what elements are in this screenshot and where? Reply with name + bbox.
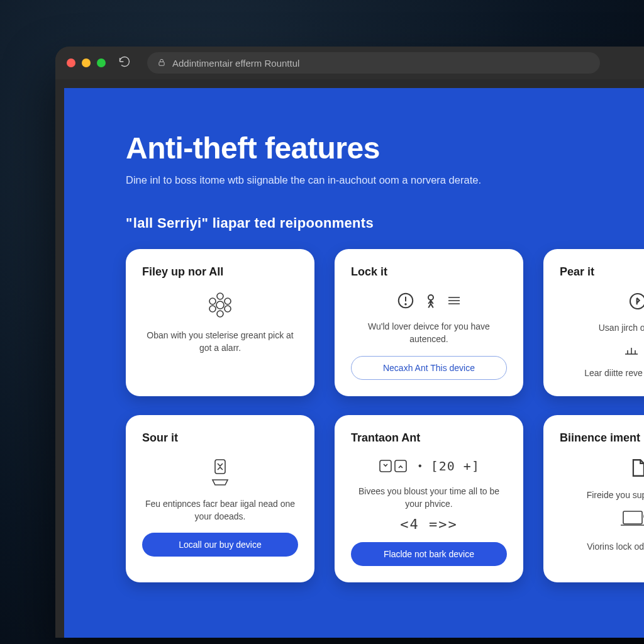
svg-point-4 [209,306,216,312]
feature-cards-grid: Filey up nor All Oban with you stelerise… [126,249,644,582]
page-title: Anti-theft features [126,131,644,165]
card-title: Biinence iment [560,431,644,445]
card-title: Sour it [142,431,298,445]
svg-rect-0 [159,62,164,65]
card-title: Pear it [560,265,644,279]
lock-device-button[interactable]: Necaxh Ant This device [351,356,507,380]
minimize-window-button[interactable] [82,58,91,67]
card-title: Lock it [351,265,507,279]
page-subtitle: Dine inl to boss itome wtb siignable the… [126,174,644,186]
plus-network-icon: + [560,343,644,357]
laptop-user-icon [560,508,644,530]
code-text: [20 +] [431,458,480,474]
card-desc: Usan jirch on dem o [560,321,644,334]
svg-point-10 [405,304,406,305]
svg-point-6 [217,293,223,299]
feature-card-lock[interactable]: Lock it Wu'ld lover deivce for you have … [335,249,523,396]
card-desc: Wu'ld lover deivce for you have autenced… [351,320,507,346]
locate-device-button[interactable]: Locall our buy device [142,533,298,557]
close-window-button[interactable] [67,58,75,67]
track-icons: • [20 +] [351,457,507,475]
card-desc: Fireide you supn link pnati [560,489,644,501]
alert-icon [396,291,415,310]
section-heading: lall Serriyi" liapar ted reipoonments [126,215,644,231]
reload-button[interactable] [118,55,131,70]
lock-device-icons [351,291,507,310]
person-icon [421,291,440,310]
card-title: Filey up nor All [142,265,298,279]
svg-rect-23 [623,511,642,524]
browser-window: Addintimentair efferm Rounttul Anti-thef… [55,47,644,638]
svg-point-2 [209,298,216,304]
url-text: Addintimentair efferm Rounttul [172,58,299,69]
browser-toolbar: Addintimentair efferm Rounttul [55,47,644,79]
feature-card-alarm[interactable]: Filey up nor All Oban with you stelerise… [126,249,314,396]
feature-card-manage[interactable]: Biinence iment Fireide you supn link pna… [543,415,644,583]
pair-icon [560,291,644,311]
svg-point-7 [217,311,223,317]
card-desc-secondary: Lear diitte reve ditalls . fack [560,367,644,379]
maximize-window-button[interactable] [97,58,106,67]
svg-point-11 [428,295,433,300]
card-desc: Feu entipnces facr bear iigal nead one y… [142,497,298,523]
svg-point-5 [225,306,231,312]
svg-point-3 [225,298,231,304]
code-text-2: <4 =>> [351,516,507,532]
window-controls [67,58,106,67]
card-desc: Bivees you bloust your time all to be yo… [351,485,507,511]
list-icon [447,294,462,307]
alarm-icon [142,291,298,319]
lock-icon [157,58,166,69]
feature-card-track[interactable]: Trantaon Ant • [20 +] Bivees you bloust … [335,415,523,583]
page-content: Anti-theft features Dine inl to boss ito… [64,88,644,638]
card-desc-secondary: Viorins lock od to fill to pia [560,540,644,553]
track-device-button[interactable]: Flaclde not bark device [351,542,507,566]
feature-card-pair[interactable]: Pear it Usan jirch on dem o + Lear diitt… [543,249,644,396]
devices-icon [378,457,409,475]
document-icon [560,457,644,479]
svg-point-1 [216,301,224,309]
card-title: Trantaon Ant [351,431,507,445]
dot-separator: • [418,460,422,472]
address-bar[interactable]: Addintimentair efferm Rounttul [147,52,600,74]
card-desc: Oban with you stelerise greant pick at g… [142,329,298,355]
feature-card-locate[interactable]: Sour it Feu entipnces facr bear iigal ne… [126,415,314,583]
locate-icon [142,457,298,487]
